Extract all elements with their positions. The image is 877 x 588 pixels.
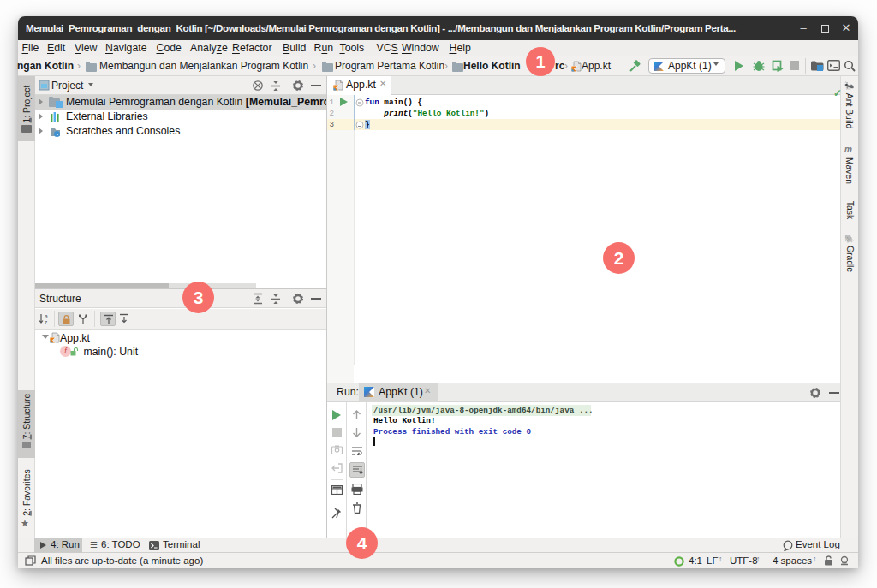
svg-text:a: a <box>45 313 48 319</box>
svg-text:z: z <box>45 319 47 325</box>
